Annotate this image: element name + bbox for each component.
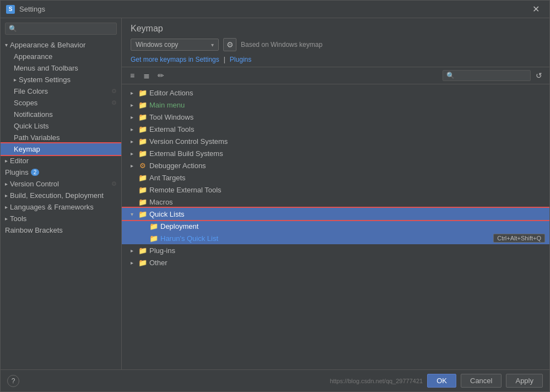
- tree-item-ebs[interactable]: ▸ 📁 External Build Systems: [122, 147, 549, 159]
- tree-item-main-menu[interactable]: ▸ 📁 Main menu: [122, 99, 549, 111]
- tree-item-label: Debugger Actions: [149, 162, 206, 170]
- tree-item-label: Version Control Systems: [149, 137, 228, 146]
- sidebar-item-menus-toolbars[interactable]: Menus and Toolbars: [1, 62, 121, 74]
- sidebar-item-rainbow-brackets[interactable]: Rainbow Brackets: [1, 224, 121, 236]
- tree-item-macros[interactable]: 📁 Macros: [122, 196, 549, 208]
- sidebar-item-system-settings[interactable]: ▸ System Settings: [1, 74, 121, 85]
- dropdown-arrow: ▾: [211, 42, 214, 48]
- expand-all-button[interactable]: ≡: [126, 69, 138, 82]
- tree-item-label: Ant Targets: [149, 174, 186, 182]
- folder-icon: 📁: [138, 88, 147, 97]
- tree-item-label: Deployment: [160, 222, 198, 230]
- collapse-arrow: ▸: [5, 158, 8, 164]
- tree-item-vcs[interactable]: ▸ 📁 Version Control Systems: [122, 135, 549, 147]
- bottom-right: https://blog.csdn.net/qq_29777421 OK Can…: [330, 374, 543, 388]
- sidebar-item-label: Plugins: [5, 168, 29, 176]
- collapse-arrow: ▸: [5, 216, 8, 222]
- shortcut-badge: Ctrl+Alt+Shift+Q: [493, 234, 545, 243]
- tree-item-harun-quick-list[interactable]: 📁 Harun's Quick List Ctrl+Alt+Shift+Q: [122, 232, 549, 244]
- plugins-link[interactable]: Plugins: [230, 56, 251, 63]
- tree-item-other[interactable]: ▸ 📁 Other: [122, 256, 549, 269]
- file-colors-icon: ⚙: [111, 88, 117, 95]
- sidebar-item-editor[interactable]: ▸ Editor: [1, 155, 121, 167]
- sidebar-item-build-execution[interactable]: ▸ Build, Execution, Deployment: [1, 190, 121, 201]
- watermark: https://blog.csdn.net/qq_29777421: [330, 378, 423, 384]
- special-folder-icon: 📁: [138, 149, 147, 158]
- tree-arrow: ▸: [131, 90, 138, 96]
- sidebar-item-scopes[interactable]: Scopes ⚙: [1, 97, 121, 109]
- keymap-select[interactable]: Windows copy ▾: [131, 39, 219, 51]
- apply-button[interactable]: Apply: [506, 374, 543, 388]
- sidebar-item-keymap[interactable]: Keymap: [1, 143, 121, 155]
- folder-icon: 📁: [138, 125, 147, 133]
- bottom-left: ?: [7, 375, 19, 387]
- sidebar-item-label: Editor: [10, 157, 29, 165]
- tree-arrow: ▸: [131, 126, 138, 132]
- main-header: Keymap Windows copy ▾ ⚙ Based on Windows…: [122, 18, 549, 67]
- sidebar-item-appearance[interactable]: Appearance: [1, 51, 121, 62]
- sidebar-item-languages-frameworks[interactable]: ▸ Languages & Frameworks: [1, 201, 121, 213]
- tree-arrow: ▸: [131, 163, 138, 169]
- sidebar-item-quick-lists[interactable]: Quick Lists: [1, 120, 121, 132]
- restore-button[interactable]: ↺: [533, 69, 545, 82]
- sidebar-search-area: [1, 18, 121, 39]
- help-button[interactable]: ?: [7, 375, 19, 387]
- sidebar-item-path-variables[interactable]: Path Variables: [1, 132, 121, 143]
- collapse-all-button[interactable]: ≣: [141, 69, 153, 82]
- sidebar-item-version-control[interactable]: ▸ Version Control ⚙: [1, 178, 121, 190]
- tree-item-debugger-actions[interactable]: ▸ ⚙ Debugger Actions: [122, 159, 549, 171]
- sidebar-item-label: Keymap: [14, 145, 40, 153]
- sidebar-item-label: Tools: [10, 214, 26, 223]
- sidebar-item-label: Menus and Toolbars: [14, 64, 78, 72]
- sidebar-item-file-colors[interactable]: File Colors ⚙: [1, 85, 121, 97]
- sidebar-item-label: Languages & Frameworks: [10, 203, 94, 211]
- tree-arrow: ▸: [131, 102, 138, 108]
- collapse-arrow: ▸: [14, 77, 17, 83]
- tree-item-label: Main menu: [149, 101, 185, 109]
- tree-item-label: External Tools: [149, 125, 194, 133]
- sidebar-item-label: System Settings: [19, 76, 71, 84]
- tree-arrow: ▸: [131, 248, 138, 254]
- tree-item-deployment[interactable]: 📁 Deployment: [122, 220, 549, 232]
- app-icon: S: [6, 5, 15, 14]
- folder-icon: 📁: [138, 185, 147, 194]
- close-button[interactable]: ✕: [528, 2, 544, 17]
- cancel-button[interactable]: Cancel: [461, 374, 502, 388]
- tree-item-label: Harun's Quick List: [160, 234, 218, 243]
- ok-button[interactable]: OK: [427, 374, 456, 388]
- sidebar-item-label: Build, Execution, Deployment: [10, 191, 104, 200]
- folder-icon: 📁: [138, 112, 147, 121]
- tree-item-quick-lists[interactable]: ▾ 📁 Quick Lists: [122, 208, 549, 220]
- tree-item-plug-ins[interactable]: ▸ 📁 Plug-ins: [122, 244, 549, 256]
- sidebar-search-input[interactable]: [5, 23, 117, 35]
- bottom-bar: ? https://blog.csdn.net/qq_29777421 OK C…: [1, 369, 549, 391]
- sidebar-item-plugins[interactable]: Plugins 2: [1, 167, 121, 178]
- tree-item-remote-external-tools[interactable]: 📁 Remote External Tools: [122, 184, 549, 196]
- keymap-search-input[interactable]: [443, 70, 531, 81]
- sidebar-item-appearance-behavior[interactable]: ▾ Appearance & Behavior: [1, 39, 121, 51]
- tree-arrow: ▸: [131, 114, 138, 120]
- folder-icon: 📁: [138, 246, 147, 255]
- sidebar-item-notifications[interactable]: Notifications: [1, 109, 121, 120]
- sidebar-item-tools[interactable]: ▸ Tools: [1, 213, 121, 224]
- keymap-gear-button[interactable]: ⚙: [223, 38, 236, 51]
- debugger-icon: ⚙: [138, 161, 147, 170]
- tree-item-editor-actions[interactable]: ▸ 📁 Editor Actions: [122, 87, 549, 99]
- tree-item-tool-windows[interactable]: ▸ 📁 Tool Windows: [122, 111, 549, 123]
- collapse-arrow: ▸: [5, 192, 8, 198]
- edit-button[interactable]: ✏: [155, 69, 167, 82]
- get-more-keymaps-link[interactable]: Get more keymaps in Settings: [131, 56, 219, 63]
- main-panel: Keymap Windows copy ▾ ⚙ Based on Windows…: [122, 18, 549, 369]
- sidebar-item-label: Notifications: [14, 110, 53, 119]
- tree-item-external-tools[interactable]: ▸ 📁 External Tools: [122, 123, 549, 135]
- tree-item-label: Quick Lists: [149, 210, 185, 218]
- plugins-badge: 2: [31, 169, 40, 176]
- tree-item-label: External Build Systems: [149, 149, 223, 158]
- keymap-tree: ▸ 📁 Editor Actions ▸ 📁 Main menu ▸ 📁 To: [122, 84, 549, 369]
- window-title: Settings: [19, 5, 528, 13]
- settings-window: S Settings ✕ ▾ Appearance & Behavior App…: [0, 0, 550, 392]
- sidebar-item-label: Scopes: [14, 99, 37, 107]
- tree-item-ant-targets[interactable]: 📁 Ant Targets: [122, 171, 549, 184]
- folder-icon: 📁: [138, 173, 147, 182]
- vc-icon: ⚙: [111, 180, 117, 187]
